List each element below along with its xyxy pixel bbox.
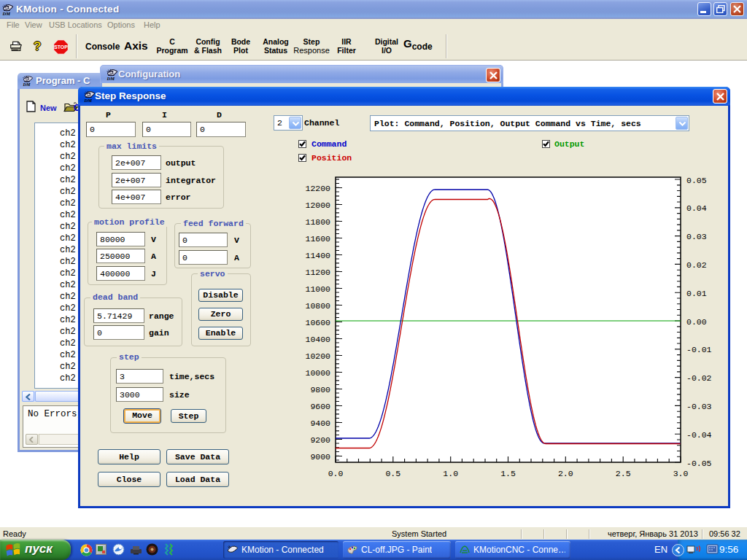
svg-text:-0.01: -0.01 [686,345,712,354]
svg-text:DM: DM [84,98,93,102]
svg-text:0.04: 0.04 [686,203,707,213]
svg-text:3.0: 3.0 [673,469,689,478]
svg-text:11400: 11400 [305,251,330,260]
svg-text:9200: 9200 [310,435,330,445]
svg-text:0.05: 0.05 [686,176,707,185]
svg-text:1.5: 1.5 [500,469,516,478]
svg-text:9400: 9400 [310,419,330,428]
svg-text:12000: 12000 [305,201,330,210]
svg-text:0.0: 0.0 [328,469,344,478]
svg-text:0.01: 0.01 [686,289,707,298]
svg-text:-0.02: -0.02 [686,373,712,383]
svg-text:9800: 9800 [310,385,330,394]
svg-text:10200: 10200 [305,351,330,361]
svg-text:0.03: 0.03 [686,232,707,241]
svg-text:11600: 11600 [305,234,330,244]
svg-text:9000: 9000 [310,452,330,462]
svg-text:STOP: STOP [54,44,68,50]
svg-text:11000: 11000 [305,284,330,294]
svg-text:1.0: 1.0 [443,469,458,478]
svg-text:9600: 9600 [310,402,330,411]
svg-text:10800: 10800 [305,301,330,311]
svg-text:0.00: 0.00 [686,317,707,327]
svg-text:12200: 12200 [305,184,330,193]
svg-text:-0.03: -0.03 [686,402,712,411]
svg-text:DM: DM [107,76,115,80]
svg-text:10600: 10600 [305,318,330,327]
svg-text:11200: 11200 [305,268,330,277]
svg-text:0.5: 0.5 [385,469,400,478]
svg-text:0.02: 0.02 [686,260,707,270]
svg-text:10000: 10000 [305,368,330,378]
svg-text:-0.05: -0.05 [686,459,712,468]
svg-text:DM: DM [22,82,30,86]
svg-text:2.0: 2.0 [558,469,573,478]
svg-text:11800: 11800 [305,217,330,227]
svg-text:2.5: 2.5 [616,469,631,478]
svg-text:10400: 10400 [305,335,330,344]
svg-text:-0.04: -0.04 [686,430,712,440]
svg-text:DM: DM [2,11,11,15]
